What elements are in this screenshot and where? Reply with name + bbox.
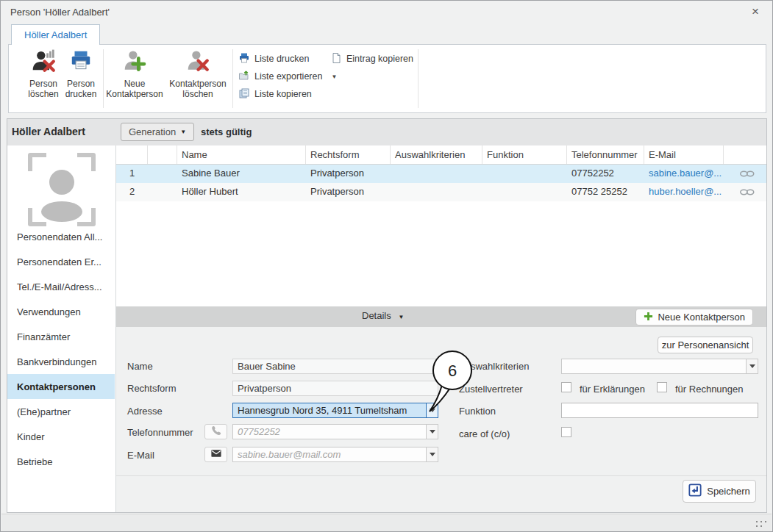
sidebar-item-kontaktpersonen[interactable]: Kontaktpersonen	[7, 374, 115, 399]
table-row[interactable]: 2 Höller Hubert Privatperson 07752 25252…	[116, 183, 766, 201]
tab-hoeller-adalbert[interactable]: Höller Adalbert	[11, 24, 100, 45]
neue-kontaktperson-detail-label: Neue Kontaktperson	[658, 312, 745, 323]
printer-small-icon	[238, 52, 250, 66]
fuer-rechnungen-checkbox[interactable]	[657, 382, 667, 392]
name-field[interactable]	[232, 359, 438, 374]
speichern-label: Speichern	[707, 486, 750, 497]
form-divider	[116, 475, 766, 476]
sidebar-nav: Personendaten All... Personendaten Er...…	[7, 224, 115, 474]
person-drucken-button[interactable]: Person drucken	[63, 48, 99, 100]
sidebar-item-verwendungen[interactable]: Verwendungen	[7, 299, 115, 324]
column-auswahlkriterien[interactable]: Auswahlkriterien	[391, 145, 482, 164]
sidebar-item-label: (Ehe)partner	[17, 406, 71, 417]
toolbar-separator	[418, 49, 418, 108]
sidebar-item-label: Personendaten All...	[17, 231, 102, 242]
fuer-rechnungen-label: für Rechnungen	[675, 384, 744, 395]
fuer-erklaerungen-checkbox[interactable]	[561, 382, 571, 392]
column-funktion[interactable]: Funktion	[482, 145, 567, 164]
person-loeschen-button[interactable]: Person löschen	[26, 48, 61, 100]
ribbon-toolbar: Person löschen Person drucken	[8, 44, 766, 113]
person-name-heading: Höller Adalbert	[12, 126, 85, 137]
liste-exportieren-button[interactable]: Liste exportieren ▼	[238, 69, 337, 84]
rechtsform-input[interactable]	[232, 381, 438, 396]
sidebar-item-personendaten-allgemein[interactable]: Personendaten All...	[7, 224, 115, 249]
liste-exportieren-label: Liste exportieren	[254, 71, 322, 82]
details-toggle[interactable]: Details ▼	[362, 310, 404, 321]
name-input[interactable]	[232, 359, 438, 374]
telefonnummer-dropdown-arrow[interactable]	[426, 424, 438, 439]
adresse-combo[interactable]	[232, 403, 438, 418]
email-dropdown-arrow[interactable]	[426, 447, 438, 462]
cell-rechtsform: Privatperson	[306, 183, 391, 201]
sidebar-item-label: Personendaten Er...	[17, 256, 101, 267]
cell-funktion	[482, 183, 567, 201]
eintrag-kopieren-label: Eintrag kopieren	[346, 54, 413, 64]
page-copy-icon	[330, 52, 342, 66]
auswahlkriterien-input[interactable]	[561, 359, 747, 374]
cell-name: Höller Hubert	[177, 183, 306, 201]
details-bar: Details ▼ Neue Kontaktperson	[116, 306, 766, 327]
email-input[interactable]	[232, 447, 427, 462]
liste-kopieren-label: Liste kopieren	[254, 89, 312, 99]
liste-kopieren-button[interactable]: Liste kopieren	[238, 87, 312, 101]
telefonnummer-input[interactable]	[232, 424, 427, 439]
zur-personenansicht-label: zur Personenansicht	[662, 339, 749, 351]
content-area: Name Rechtsform Auswahlkriterien Funktio…	[116, 145, 766, 512]
sidebar-item-bankverbindungen[interactable]: Bankverbindungen	[7, 349, 115, 374]
kontaktperson-loeschen-button[interactable]: Kontaktperson löschen	[165, 48, 230, 100]
sidebar-item-label: Finanzämter	[17, 331, 70, 342]
chevron-down-icon: ▼	[398, 314, 404, 320]
resize-grip[interactable]	[765, 525, 766, 527]
table-header: Name Rechtsform Auswahlkriterien Funktio…	[116, 145, 766, 165]
auswahlkriterien-combo[interactable]	[561, 359, 758, 374]
funktion-label: Funktion	[459, 406, 496, 417]
email-label: E-Mail	[127, 450, 154, 461]
liste-drucken-button[interactable]: Liste drucken	[238, 51, 309, 66]
adresse-input[interactable]	[232, 403, 427, 418]
sidebar-item-kinder[interactable]: Kinder	[7, 424, 115, 449]
column-name[interactable]: Name	[177, 145, 306, 164]
sidebar-item-tel-email-adresse[interactable]: Tel./E-Mail/Adress...	[7, 274, 115, 299]
sidebar-item-betriebe[interactable]: Betriebe	[7, 449, 115, 474]
rechtsform-field[interactable]	[232, 381, 438, 396]
adresse-dropdown-arrow[interactable]	[426, 403, 438, 418]
person-loeschen-label: Person löschen	[26, 79, 61, 100]
plus-icon	[644, 312, 653, 323]
funktion-field[interactable]	[561, 403, 758, 418]
link-chain-icon[interactable]	[724, 165, 766, 183]
sidebar-item-label: Verwendungen	[17, 306, 81, 317]
auswahlkriterien-label: Auswahlkriterien	[459, 361, 529, 372]
toolbar-separator	[232, 49, 233, 108]
neue-kontaktperson-button[interactable]: Neue Kontaktperson	[104, 48, 165, 100]
table-row[interactable]: 1 Sabine Bauer Privatperson 07752252 sab…	[116, 165, 766, 183]
speichern-button[interactable]: Speichern	[683, 480, 756, 503]
close-icon[interactable]: ×	[748, 4, 763, 19]
zur-personenansicht-button[interactable]: zur Personenansicht	[658, 337, 753, 353]
auswahlkriterien-dropdown-arrow[interactable]	[746, 359, 758, 374]
column-telefonnummer[interactable]: Telefonnummer	[567, 145, 644, 164]
neue-kontaktperson-detail-button[interactable]: Neue Kontaktperson	[635, 309, 753, 326]
sidebar-item-ehepartner[interactable]: (Ehe)partner	[7, 399, 115, 424]
generation-dropdown-button[interactable]: Generation ▼	[121, 123, 194, 141]
column-email[interactable]: E-Mail	[644, 145, 724, 164]
telefonnummer-combo[interactable]	[232, 424, 438, 439]
email-combo[interactable]	[232, 447, 438, 462]
row-number: 1	[116, 165, 148, 183]
email-button[interactable]	[204, 447, 227, 462]
sidebar-item-personendaten-erweitert[interactable]: Personendaten Er...	[7, 249, 115, 274]
sidebar-item-finanzaemter[interactable]: Finanzämter	[7, 324, 115, 349]
cell-email-link[interactable]: sabine.bauer@...	[644, 165, 724, 183]
care-of-checkbox[interactable]	[561, 427, 571, 437]
column-blank	[148, 145, 177, 164]
cell-auswahlkriterien	[391, 165, 482, 183]
cell-telefonnummer: 07752252	[567, 165, 644, 183]
eintrag-kopieren-button[interactable]: Eintrag kopieren	[330, 51, 413, 66]
cell-email-link[interactable]: huber.hoeller@...	[644, 183, 724, 201]
column-rechtsform[interactable]: Rechtsform	[306, 145, 391, 164]
column-link	[724, 145, 766, 164]
phone-button[interactable]	[204, 424, 227, 439]
sidebar-item-label: Tel./E-Mail/Adress...	[17, 281, 102, 292]
liste-drucken-label: Liste drucken	[254, 54, 309, 64]
link-chain-icon[interactable]	[724, 183, 766, 201]
funktion-input[interactable]	[561, 403, 758, 418]
